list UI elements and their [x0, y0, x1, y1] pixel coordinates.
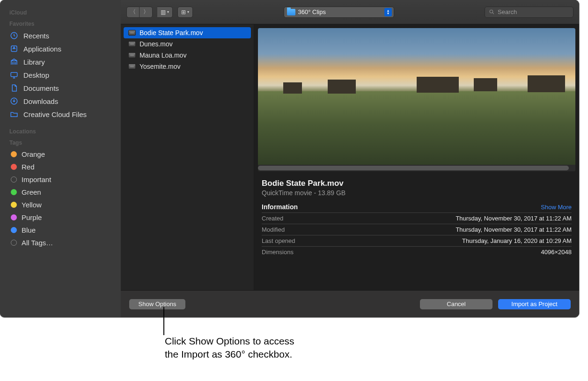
sidebar-item-label: Blue — [22, 226, 36, 234]
sidebar: iCloud Favorites Recents Applications Li… — [0, 0, 121, 317]
callout-leader-line — [163, 307, 164, 335]
back-button[interactable]: 〈 — [126, 7, 140, 18]
svg-rect-2 — [11, 73, 17, 77]
preview-column: Bodie State Park.mov QuickTime movie - 1… — [254, 24, 579, 290]
file-name: Dunes.mov — [140, 40, 173, 48]
document-icon — [9, 84, 19, 92]
sidebar-tag-green[interactable]: Green — [0, 186, 121, 198]
folder-icon — [287, 9, 295, 15]
path-popup[interactable]: 360° Clips ▴▾ — [284, 7, 394, 18]
import-as-project-button[interactable]: Import as Project — [498, 299, 571, 309]
search-placeholder: Search — [498, 8, 517, 15]
library-icon — [9, 58, 19, 66]
preview-subtitle: QuickTime movie - 13.89 GB — [262, 189, 572, 197]
sidebar-tag-yellow[interactable]: Yellow — [0, 198, 121, 211]
show-options-button[interactable]: Show Options — [129, 299, 185, 309]
preview-image — [258, 28, 575, 171]
preview-title: Bodie State Park.mov — [262, 179, 572, 188]
info-row-created: Created Thursday, November 30, 2017 at 1… — [262, 212, 572, 224]
file-row[interactable]: Dunes.mov — [124, 38, 251, 50]
movie-file-icon — [128, 52, 136, 58]
sidebar-item-label: Creative Cloud Files — [23, 110, 87, 118]
movie-file-icon — [128, 30, 136, 36]
file-name: Yosemite.mov — [140, 63, 180, 70]
chevron-down-icon: ▾ — [167, 10, 169, 14]
file-row[interactable]: Mauna Loa.mov — [124, 50, 251, 61]
sidebar-tag-orange[interactable]: Orange — [0, 148, 121, 161]
sidebar-item-label: Red — [22, 163, 35, 171]
info-row-modified: Modified Thursday, November 30, 2017 at … — [262, 224, 572, 235]
sidebar-tag-important[interactable]: Important — [0, 173, 121, 186]
info-header: Information — [262, 203, 298, 211]
sidebar-item-documents[interactable]: Documents — [0, 81, 121, 95]
movie-file-icon — [128, 64, 136, 69]
info-value: Thursday, November 30, 2017 at 11:22 AM — [456, 215, 572, 222]
tag-dot-icon — [11, 176, 17, 183]
tag-dot-icon — [11, 164, 17, 170]
info-label: Last opened — [262, 237, 295, 244]
cancel-button[interactable]: Cancel — [420, 299, 492, 309]
sidebar-item-label: Important — [22, 176, 51, 183]
sidebar-tag-purple[interactable]: Purple — [0, 211, 121, 224]
file-list-column: Bodie State Park.mov Dunes.mov Mauna Loa… — [121, 24, 254, 290]
grid-icon: ⊞ — [181, 9, 186, 15]
tag-dot-icon — [11, 240, 17, 246]
toolbar: 〈 〉 ▥ ▾ ⊞ ▾ 360° Clips ▴▾ Search — [121, 0, 579, 24]
info-label: Modified — [262, 226, 285, 233]
download-icon — [9, 97, 19, 105]
sidebar-item-label: Applications — [23, 45, 61, 53]
sidebar-item-recents[interactable]: Recents — [0, 29, 121, 42]
sidebar-section-favorites: Favorites — [0, 18, 121, 29]
sidebar-item-label: Yellow — [22, 201, 42, 209]
preview-scrollbar[interactable] — [258, 165, 575, 171]
sidebar-item-downloads[interactable]: Downloads — [0, 95, 121, 108]
sidebar-item-label: Green — [22, 188, 41, 196]
info-row-dimensions: Dimensions 4096×2048 — [262, 246, 572, 257]
app-icon — [9, 44, 19, 53]
dialog-footer: Show Options Cancel Import as Project — [121, 290, 579, 317]
sidebar-tag-red[interactable]: Red — [0, 161, 121, 173]
columns-icon: ▥ — [161, 9, 166, 15]
clock-icon — [9, 31, 19, 40]
search-icon — [489, 9, 495, 15]
sidebar-item-applications[interactable]: Applications — [0, 42, 121, 55]
info-label: Dimensions — [262, 249, 294, 256]
file-name: Mauna Loa.mov — [140, 51, 186, 59]
file-row[interactable]: Yosemite.mov — [124, 61, 251, 72]
info-value: Thursday, January 16, 2020 at 10:29 AM — [462, 237, 572, 244]
search-input[interactable]: Search — [485, 7, 573, 18]
sidebar-item-creative-cloud[interactable]: Creative Cloud Files — [0, 108, 121, 121]
chevron-right-icon: 〉 — [143, 8, 149, 16]
show-more-link[interactable]: Show More — [541, 204, 572, 211]
sidebar-tag-all[interactable]: All Tags… — [0, 236, 121, 249]
preview-metadata: Bodie State Park.mov QuickTime movie - 1… — [254, 171, 579, 257]
movie-file-icon — [128, 41, 136, 47]
sidebar-item-label: Desktop — [23, 71, 49, 79]
view-buttons: ▥ ▾ — [157, 7, 173, 18]
svg-point-4 — [490, 10, 493, 13]
chevron-left-icon: 〈 — [130, 8, 136, 16]
group-by-button[interactable]: ⊞ ▾ — [177, 7, 193, 18]
sidebar-tag-blue[interactable]: Blue — [0, 224, 121, 236]
updown-chevron-icon: ▴▾ — [384, 8, 392, 16]
info-value: Thursday, November 30, 2017 at 11:22 AM — [456, 226, 572, 233]
info-label: Created — [262, 215, 283, 222]
tag-dot-icon — [11, 227, 17, 233]
tag-dot-icon — [11, 214, 17, 220]
content-area: Bodie State Park.mov Dunes.mov Mauna Loa… — [121, 24, 579, 290]
sidebar-section-locations: Locations — [0, 125, 121, 137]
file-name: Bodie State Park.mov — [140, 29, 203, 37]
view-mode-button[interactable]: ▥ ▾ — [157, 7, 173, 18]
nav-buttons: 〈 〉 — [126, 7, 153, 18]
file-row[interactable]: Bodie State Park.mov — [124, 27, 251, 38]
sidebar-item-desktop[interactable]: Desktop — [0, 68, 121, 81]
sidebar-section-icloud: iCloud — [0, 7, 121, 18]
sidebar-item-library[interactable]: Library — [0, 55, 121, 68]
forward-button[interactable]: 〉 — [140, 7, 153, 18]
sidebar-item-label: Downloads — [23, 97, 58, 105]
chevron-down-icon: ▾ — [187, 10, 189, 14]
sidebar-item-label: Library — [23, 58, 45, 66]
sidebar-item-label: Orange — [22, 150, 45, 158]
tag-dot-icon — [11, 202, 17, 208]
sidebar-section-tags: Tags — [0, 137, 121, 148]
